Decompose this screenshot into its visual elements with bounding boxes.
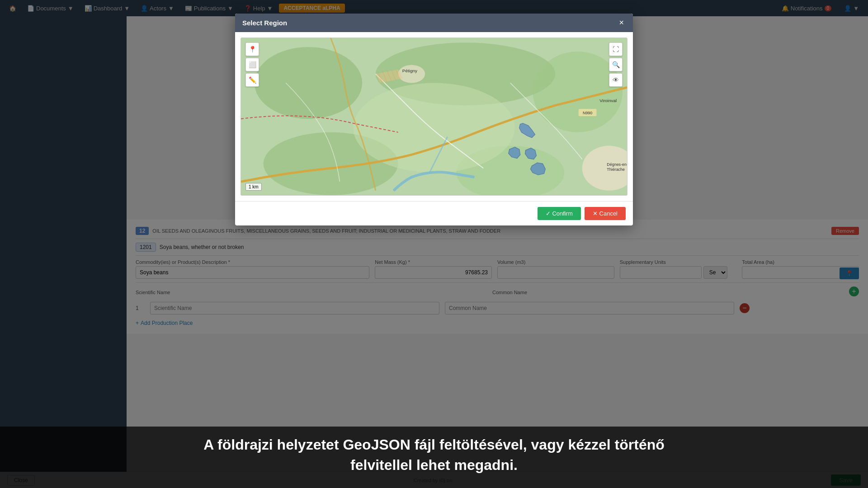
search-map-button[interactable]: 🔍: [609, 58, 623, 71]
modal-close-button[interactable]: ×: [617, 18, 626, 28]
draw-button[interactable]: ✏️: [245, 73, 259, 87]
scale-bar: 1 km: [245, 183, 262, 191]
caption-bar: A földrajzi helyzetet GeoJSON fájl feltö…: [0, 427, 868, 488]
svg-text:Viroinval: Viroinval: [599, 98, 617, 103]
select-region-modal: Select Region ×: [235, 14, 633, 225]
caption-text: A földrajzi helyzetet GeoJSON fájl feltö…: [203, 436, 665, 473]
map-container[interactable]: N990 Pétigny Viroinval Dégnes-en- Thiéra…: [241, 38, 627, 196]
cancel-modal-button[interactable]: ✕ Cancel: [585, 207, 626, 220]
modal-overlay: Select Region ×: [0, 0, 868, 488]
confirm-button[interactable]: ✓ Confirm: [538, 207, 581, 220]
svg-text:Dégnes-en-: Dégnes-en-: [607, 162, 627, 167]
map-svg: N990 Pétigny Viroinval Dégnes-en- Thiéra…: [241, 38, 627, 195]
svg-text:N990: N990: [583, 111, 592, 115]
modal-body: N990 Pétigny Viroinval Dégnes-en- Thiéra…: [235, 32, 633, 201]
modal-header: Select Region ×: [235, 14, 633, 32]
fullscreen-button[interactable]: ⛶: [609, 42, 623, 56]
location-button[interactable]: 📍: [245, 42, 259, 56]
eye-button[interactable]: 👁: [609, 73, 623, 87]
modal-footer: ✓ Confirm ✕ Cancel: [235, 201, 633, 225]
svg-text:Thiérache: Thiérache: [607, 167, 625, 172]
map-controls-left: 📍 ⬜ ✏️: [245, 42, 259, 87]
modal-title: Select Region: [242, 19, 287, 27]
svg-text:Pétigny: Pétigny: [402, 68, 417, 73]
selection-button[interactable]: ⬜: [245, 58, 259, 71]
map-controls-right: ⛶ 🔍 👁: [609, 42, 623, 87]
